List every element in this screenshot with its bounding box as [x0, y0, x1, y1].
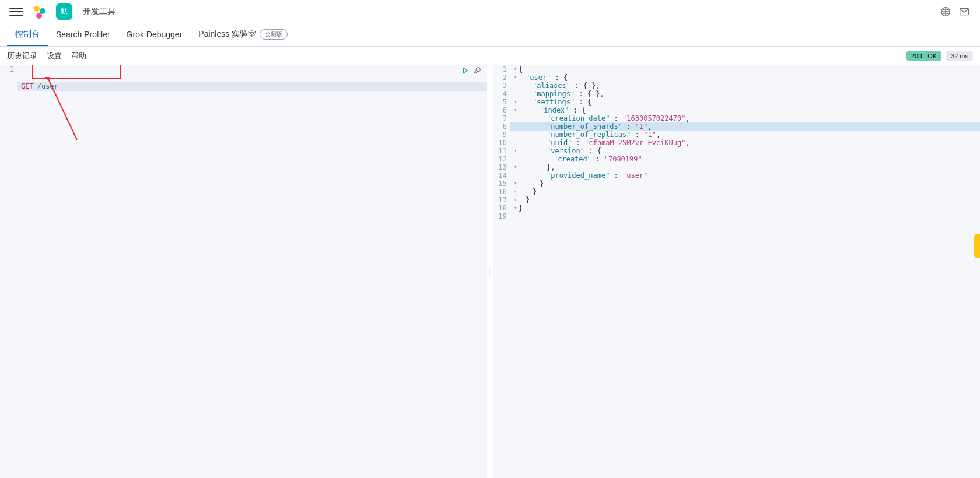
line-number: 16	[493, 188, 507, 196]
line-number: 1	[0, 65, 14, 75]
space-selector[interactable]: 默	[56, 3, 72, 20]
json-key: "creation_date"	[547, 114, 610, 122]
line-number: 11	[493, 147, 507, 155]
fold-icon[interactable]: ▾	[514, 146, 519, 154]
response-line: "aliases" : { },	[510, 82, 980, 90]
response-line: "number_of_replicas" : "1",	[510, 131, 980, 139]
menubar-left: 历史记录 设置 帮助	[7, 51, 86, 61]
line-number: 10	[493, 139, 507, 147]
elastic-logo-icon[interactable]	[33, 5, 47, 19]
json-string: "user"	[622, 171, 648, 180]
response-line: ▾},	[510, 163, 980, 171]
json-punct: :	[592, 155, 604, 163]
json-key: "number_of_shards"	[547, 122, 622, 131]
line-number: 4	[493, 90, 507, 98]
newsfeed-icon[interactable]	[940, 6, 951, 17]
menu-icon[interactable]	[9, 5, 23, 19]
request-path: /user	[37, 82, 58, 90]
line-number: 15	[493, 180, 507, 188]
line-number: 14	[493, 171, 507, 180]
json-string: "1"	[635, 122, 648, 131]
json-punct: :	[622, 122, 635, 131]
response-line: ▾}	[510, 180, 980, 188]
json-punct: : {	[575, 98, 592, 106]
json-punct: ,	[648, 122, 652, 131]
response-line: ▾"version" : {	[510, 147, 980, 155]
tab-label: Painless 实验室	[198, 29, 256, 40]
json-punct: }	[519, 204, 523, 212]
json-punct: ,	[685, 114, 690, 122]
json-string: "1"	[643, 131, 656, 139]
fold-icon[interactable]: ▾	[514, 179, 519, 187]
fold-icon[interactable]: ▾	[514, 106, 519, 114]
fold-icon[interactable]: ▾	[514, 187, 519, 195]
menu-history[interactable]: 历史记录	[7, 51, 37, 61]
tab-label: Grok Debugger	[127, 30, 183, 39]
request-editor[interactable]: 1 GET /user	[0, 65, 487, 478]
json-punct: {	[519, 65, 523, 73]
tab-label: 控制台	[15, 29, 40, 40]
json-punct: }	[533, 188, 537, 196]
beta-badge: 公测版	[260, 29, 288, 40]
json-key: "created"	[554, 155, 592, 163]
line-number: 1	[493, 65, 507, 73]
response-line: "created" : "7080199"	[510, 155, 980, 163]
line-number: 12	[493, 155, 507, 163]
response-code[interactable]: ▾{▾"user" : {"aliases" : { },"mappings" …	[510, 65, 980, 220]
menu-settings[interactable]: 设置	[47, 51, 62, 61]
request-line-actions	[461, 66, 481, 75]
response-line: ▾}	[510, 204, 980, 212]
annotation-highlight-box	[32, 65, 121, 79]
json-punct: },	[547, 163, 555, 171]
tab-grok-debugger[interactable]: Grok Debugger	[118, 23, 191, 46]
console-menubar: 历史记录 设置 帮助 200 - OK 32 ms	[0, 47, 980, 65]
request-code[interactable]: GET /user	[18, 65, 487, 132]
response-viewer[interactable]: 12345678910111213141516171819 ▾{▾"user" …	[493, 65, 980, 478]
fold-icon[interactable]: ▾	[514, 73, 519, 81]
fold-icon[interactable]: ▾	[514, 65, 519, 73]
line-number: 13	[493, 163, 507, 171]
request-gutter: 1	[0, 65, 18, 75]
json-punct: ,	[656, 131, 660, 139]
fold-icon[interactable]: ▾	[514, 195, 519, 203]
breadcrumb[interactable]: 开发工具	[83, 6, 116, 17]
json-punct: : {	[551, 73, 568, 82]
line-number: 19	[493, 212, 507, 220]
response-line	[510, 212, 980, 220]
json-key: "user"	[526, 73, 551, 82]
header-right	[940, 6, 975, 17]
pane-splitter[interactable]: ||	[487, 65, 493, 478]
fold-icon[interactable]: ▾	[514, 97, 519, 106]
json-punct: :	[610, 114, 622, 122]
menu-help[interactable]: 帮助	[71, 51, 86, 61]
response-line: ▾"user" : {	[510, 73, 980, 82]
response-line: ▾}	[510, 196, 980, 204]
mail-icon[interactable]	[959, 6, 970, 17]
send-request-icon[interactable]	[461, 66, 470, 75]
console-main: 1 GET /user || 1234567891011121314151617…	[0, 65, 980, 478]
wrench-icon[interactable]	[473, 66, 481, 75]
json-punct: : {	[584, 147, 601, 155]
line-number: 3	[493, 82, 507, 90]
line-number: 9	[493, 131, 507, 139]
tab-search-profiler[interactable]: Search Profiler	[48, 23, 118, 46]
fold-icon[interactable]: ▾	[514, 203, 519, 212]
response-time-badge: 32 ms	[946, 51, 973, 61]
tab-console[interactable]: 控制台	[7, 23, 48, 46]
tab-painless-lab[interactable]: Painless 实验室 公测版	[190, 23, 296, 46]
fold-icon[interactable]: ▾	[514, 163, 519, 171]
json-key: "version"	[547, 147, 584, 155]
json-key: "uuid"	[547, 139, 572, 147]
header-left: 默 开发工具	[5, 3, 116, 20]
tab-label: Search Profiler	[56, 30, 110, 39]
line-number: 18	[493, 204, 507, 212]
line-number: 17	[493, 196, 507, 204]
line-number: 2	[493, 73, 507, 82]
status-badge: 200 - OK	[907, 51, 942, 61]
response-line: "uuid" : "cfbmaM-2SM2vr-EvciKUug",	[510, 139, 980, 147]
json-punct: :	[631, 131, 644, 139]
json-string: "7080199"	[604, 155, 642, 163]
response-line: ▾{	[510, 65, 980, 73]
side-flyout-handle[interactable]	[974, 234, 980, 258]
request-line[interactable]: GET /user	[18, 82, 487, 91]
